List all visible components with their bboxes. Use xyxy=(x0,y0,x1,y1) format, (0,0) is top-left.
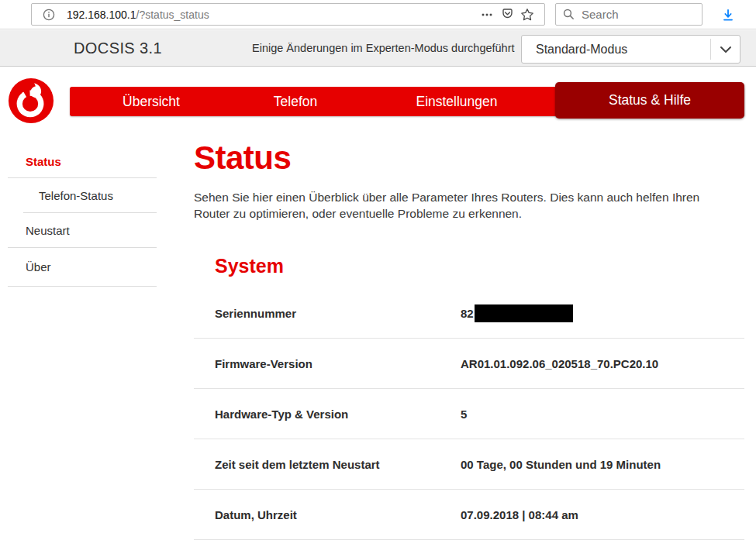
vodafone-logo-icon[interactable] xyxy=(7,77,55,125)
mode-selector-value: Standard-Modus xyxy=(536,43,710,57)
search-input[interactable] xyxy=(582,8,682,21)
table-row: Zeit seit dem letztem Neustart 00 Tage, … xyxy=(194,439,744,490)
row-label: Firmware-Version xyxy=(215,357,461,370)
row-label: Hardware-Typ & Version xyxy=(215,408,461,421)
brand-label: DOCSIS 3.1 xyxy=(74,30,162,66)
row-value: AR01.01.092.06_020518_70.PC20.10 xyxy=(461,357,658,370)
sidebar-item-status[interactable]: Status xyxy=(8,145,157,178)
serial-number-visible: 82 xyxy=(461,307,474,320)
row-value: 07.09.2018 | 08:44 am xyxy=(461,508,578,521)
row-label: Seriennummer xyxy=(215,307,461,320)
downloads-icon[interactable] xyxy=(718,5,738,26)
table-row: Firmware-Version AR01.01.092.06_020518_7… xyxy=(194,339,744,389)
top-mode-bar: DOCSIS 3.1 Einige Änderungen im Experten… xyxy=(0,30,756,67)
nav-tab-uebersicht[interactable]: Übersicht xyxy=(70,87,233,116)
mode-selector[interactable]: Standard-Modus xyxy=(521,35,740,64)
chevron-down-icon xyxy=(711,46,740,53)
table-row: Hardware-Typ & Version 5 xyxy=(194,389,744,439)
page-title: Status xyxy=(194,139,291,177)
row-value: 82 xyxy=(461,304,573,322)
system-info-table: Seriennummer 82 Firmware-Version AR01.01… xyxy=(194,288,744,540)
row-value: 5 xyxy=(461,408,467,421)
main-navigation: Übersicht Telefon Einstellungen Status &… xyxy=(70,82,744,119)
browser-search[interactable] xyxy=(555,3,702,26)
site-info-icon[interactable] xyxy=(39,5,59,25)
row-label: Datum, Uhrzeit xyxy=(215,508,461,521)
row-label: Zeit seit dem letztem Neustart xyxy=(215,458,461,471)
nav-tab-einstellungen[interactable]: Einstellungen xyxy=(358,87,555,116)
sidebar-item-ueber[interactable]: Über xyxy=(8,248,157,287)
address-bar[interactable]: 192.168.100.1/?status_status xyxy=(31,3,545,26)
page-actions-icon[interactable] xyxy=(477,5,497,25)
pocket-icon[interactable] xyxy=(497,5,517,25)
sidebar-item-neustart[interactable]: Neustart xyxy=(8,213,157,248)
row-value: 00 Tage, 00 Stunden und 19 Minuten xyxy=(461,458,661,471)
url-text: 192.168.100.1/?status_status xyxy=(67,9,209,21)
redacted-serial-number xyxy=(475,304,573,322)
router-status-page: 192.168.100.1/?status_status DOCSIS 3.1 … xyxy=(0,0,756,547)
search-icon xyxy=(563,9,575,20)
url-host: 192.168.100.1 xyxy=(67,9,136,21)
table-row: Seriennummer 82 xyxy=(194,288,744,339)
url-path: /?status_status xyxy=(136,9,209,21)
nav-tab-telefon[interactable]: Telefon xyxy=(233,87,358,116)
section-title-system: System xyxy=(215,255,284,277)
table-row: Datum, Uhrzeit 07.09.2018 | 08:44 am xyxy=(194,490,744,540)
bookmark-star-icon[interactable] xyxy=(517,5,537,25)
page-description: Sehen Sie hier einen Überblick über alle… xyxy=(194,189,724,222)
nav-tab-status-hilfe[interactable]: Status & Hilfe xyxy=(555,82,744,119)
sidebar: Status Telefon-Status Neustart Über xyxy=(8,145,157,287)
expert-mode-notice: Einige Änderungen im Experten-Modus durc… xyxy=(252,30,515,66)
sidebar-item-telefon-status[interactable]: Telefon-Status xyxy=(23,178,157,213)
browser-chrome: 192.168.100.1/?status_status xyxy=(0,0,756,29)
